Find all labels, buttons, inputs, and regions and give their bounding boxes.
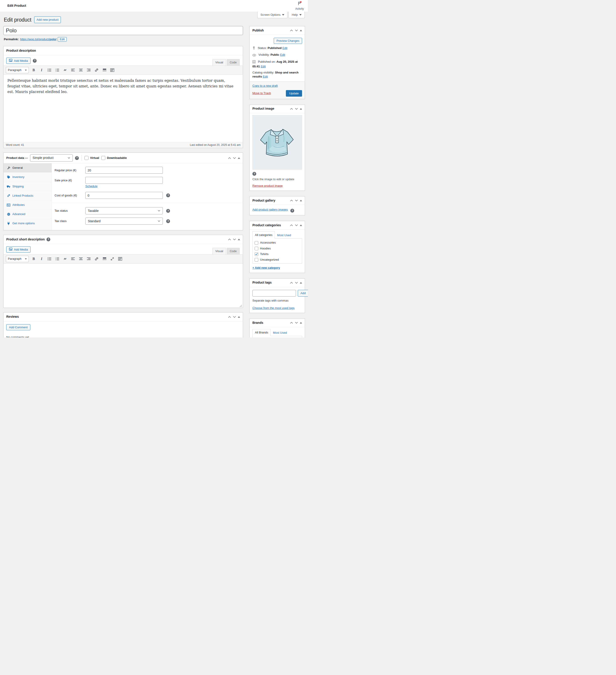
order-up-icon[interactable] [290,29,293,31]
question-mark-icon[interactable]: ? [252,172,256,176]
tab-most-used[interactable]: Most Used [275,232,293,239]
move-to-trash-link[interactable]: Move to Trash [252,91,271,95]
add-tag-button[interactable]: Add [298,290,308,297]
add-media-button[interactable]: Add Media [6,246,30,252]
add-gallery-images-link[interactable]: Add product gallery images [252,208,288,211]
paragraph-dropdown[interactable]: Paragraph [6,67,29,73]
activity-button[interactable]: Activity [295,1,304,11]
align-left-icon[interactable] [70,256,76,261]
tab-code[interactable]: Code [227,248,240,254]
category-checkbox-uncategorized[interactable]: Uncategorized [255,258,300,262]
order-up-icon[interactable] [228,316,231,318]
more-tag-icon[interactable] [101,67,107,73]
collapse-icon[interactable] [300,322,302,323]
align-right-icon[interactable] [86,67,92,73]
order-up-icon[interactable] [290,282,293,284]
tab-general[interactable]: General [4,163,52,172]
add-media-button[interactable]: Add Media [6,58,30,64]
order-up-icon[interactable] [290,108,293,110]
edit-published-link[interactable]: Edit [261,65,266,68]
order-up-icon[interactable] [228,157,231,159]
add-new-category-link[interactable]: + Add new category [252,266,280,270]
align-center-icon[interactable] [78,256,84,261]
tab-visual[interactable]: Visual [212,248,226,254]
question-mark-icon[interactable]: ? [290,209,294,213]
link-icon[interactable] [94,67,99,73]
collapse-icon[interactable] [238,157,240,159]
downloadable-checkbox[interactable]: Downloadable [101,156,127,160]
tab-all-categories[interactable]: All categories [252,231,275,239]
regular-price-input[interactable] [85,167,163,174]
product-title-input[interactable] [3,26,243,35]
order-down-icon[interactable] [295,200,298,202]
collapse-icon[interactable] [300,200,302,201]
tax-class-select[interactable]: Standard [85,218,163,225]
align-right-icon[interactable] [86,256,92,261]
collapse-icon[interactable] [300,108,302,109]
italic-icon[interactable]: I [38,67,45,73]
collapse-icon[interactable] [300,224,302,226]
tab-get-more-options[interactable]: Get more options [4,219,52,228]
tab-inventory[interactable]: Inventory [4,172,52,182]
tab-most-used[interactable]: Most Used [271,329,289,336]
polo-shirt-image[interactable] [252,115,302,170]
tab-linked-products[interactable]: Linked Products [4,191,52,201]
order-down-icon[interactable] [295,282,298,284]
order-up-icon[interactable] [228,238,231,240]
remove-product-image-link[interactable]: Remove product image [252,184,282,188]
toolbar-toggle-icon[interactable] [109,67,115,73]
question-mark-icon[interactable]: ? [33,59,36,63]
italic-icon[interactable]: I [38,256,45,261]
question-mark-icon[interactable]: ? [75,156,79,160]
tab-code[interactable]: Code [227,59,240,66]
tab-shipping[interactable]: Shipping [4,182,52,191]
collapse-icon[interactable] [238,239,240,240]
preview-changes-button[interactable]: Preview Changes [274,38,302,44]
category-checkbox-tshirts[interactable]: Tshirts [255,252,300,256]
collapse-icon[interactable] [238,316,240,318]
bulleted-list-icon[interactable] [47,67,52,73]
numbered-list-icon[interactable]: 123 [54,67,60,73]
paragraph-dropdown[interactable]: Paragraph [6,256,29,262]
tax-status-select[interactable]: Taxable [85,207,163,214]
collapse-icon[interactable] [300,282,302,284]
align-left-icon[interactable] [70,67,76,73]
update-button[interactable]: Update [286,90,302,97]
schedule-link[interactable]: Schedule [85,184,97,188]
fullscreen-icon[interactable] [109,256,115,261]
bold-icon[interactable]: B [31,256,36,261]
question-mark-icon[interactable]: ? [166,209,170,213]
add-comment-button[interactable]: Add Comment [6,324,30,330]
resize-handle[interactable] [239,304,242,307]
permalink-edit-button[interactable]: Edit [58,37,67,42]
toolbar-toggle-icon[interactable] [117,256,123,261]
order-up-icon[interactable] [290,322,293,324]
bulleted-list-icon[interactable] [47,256,52,261]
order-down-icon[interactable] [233,316,236,318]
align-center-icon[interactable] [78,67,84,73]
category-checkbox-accessories[interactable]: Accessories [255,241,300,245]
question-mark-icon[interactable]: ? [47,237,50,241]
tab-advanced[interactable]: Advanced [4,210,52,219]
virtual-checkbox[interactable]: Virtual [84,156,99,160]
choose-most-used-tags-link[interactable]: Choose from the most used tags [252,306,295,310]
new-tag-input[interactable] [252,290,296,297]
copy-to-draft-link[interactable]: Copy to a new draft [252,84,278,88]
screen-options-button[interactable]: Screen Options [257,12,288,18]
add-new-product-button[interactable]: Add new product [34,16,61,23]
category-checkbox-hoodies[interactable]: Hoodies [255,246,300,250]
order-down-icon[interactable] [295,224,298,226]
short-description-editor-area[interactable] [4,264,243,308]
order-down-icon[interactable] [233,238,236,240]
permalink-url-link[interactable]: https://woo.tst/product/polo/ [20,37,56,41]
order-down-icon[interactable] [295,108,298,110]
edit-visibility-link[interactable]: Edit [280,53,285,56]
order-up-icon[interactable] [290,200,293,202]
bold-icon[interactable]: B [31,67,36,73]
product-type-select[interactable]: Simple product [30,154,73,162]
blockquote-icon[interactable]: “ [62,256,68,261]
order-down-icon[interactable] [295,29,298,31]
more-tag-icon[interactable] [101,256,107,261]
link-icon[interactable] [94,256,99,261]
product-description-header[interactable]: Product description [4,46,243,55]
